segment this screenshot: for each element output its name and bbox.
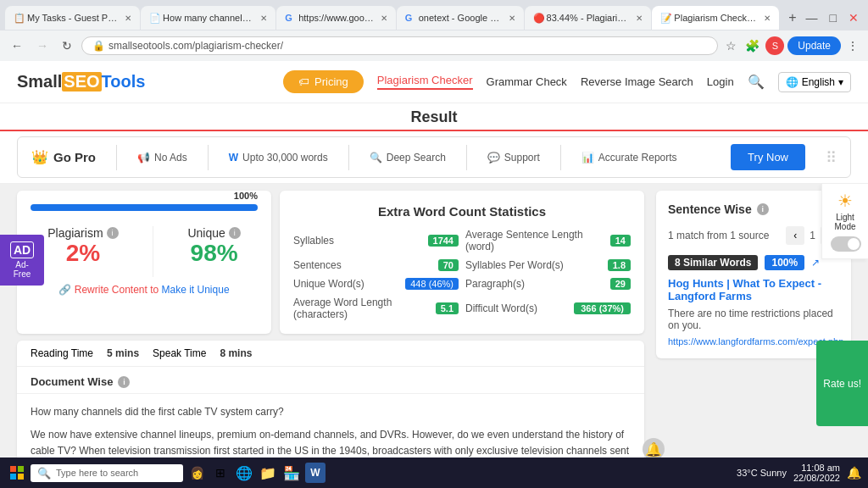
document-wise-header: Document Wise i — [17, 367, 644, 394]
unique-info-icon[interactable]: i — [229, 227, 241, 239]
doc-content: How many channels did the first cable TV… — [17, 394, 644, 462]
document-wise-info-icon[interactable]: i — [118, 376, 130, 388]
search-icon[interactable]: 🔍 — [748, 74, 765, 90]
tab-6-close[interactable]: ✕ — [764, 14, 771, 23]
nav-grammar-check[interactable]: Grammar Check — [487, 75, 567, 88]
avg-word-length-value: 5.1 — [436, 302, 459, 314]
source-title[interactable]: Hog Hunts | What To Expect - Langford Fa… — [668, 277, 839, 302]
match-prev-button[interactable]: ‹ — [786, 226, 804, 245]
sentence-wise-info-icon[interactable]: i — [757, 203, 769, 215]
no-ads-icon: 📢 — [137, 152, 150, 164]
tab-4-favicon: G — [405, 13, 415, 23]
tab-4[interactable]: G onetext - Google Search ✕ — [397, 6, 524, 30]
taskbar-task-view[interactable]: ⊞ — [210, 463, 231, 483]
tab-1-close[interactable]: ✕ — [125, 14, 131, 23]
lang-label: English — [802, 76, 835, 88]
paragraphs-label: Paragraph(s) — [465, 278, 525, 290]
result-title: Result — [410, 108, 457, 125]
nav-login[interactable]: Login — [707, 75, 734, 88]
language-button[interactable]: 🌐 English ▾ — [778, 72, 851, 92]
tab-4-close[interactable]: ✕ — [509, 14, 515, 23]
close-button[interactable]: ✕ — [844, 9, 863, 26]
bookmark-button[interactable]: ☆ — [723, 36, 739, 55]
taskbar-search-bar[interactable]: 🔍 Type here to search — [31, 464, 183, 482]
page-content: Small SEO Tools 🏷 Pricing Plagiarism Che… — [0, 61, 868, 488]
svg-rect-1 — [18, 466, 24, 472]
try-now-button[interactable]: Try Now — [731, 144, 805, 170]
back-button[interactable]: ← — [7, 37, 27, 54]
logo-seo: SEO — [62, 72, 101, 92]
rewrite-text: Rewrite Content to — [75, 284, 159, 296]
rate-us-button[interactable]: Rate us! — [816, 341, 868, 426]
address-bar[interactable]: 🔒 smallseotools.com/plagiarism-checker/ — [81, 36, 718, 55]
sentences-label: Sentences — [293, 259, 342, 271]
windows-start-button[interactable] — [7, 463, 27, 483]
extensions-button[interactable]: 🧩 — [743, 36, 762, 55]
notification-icon[interactable]: 🔔 — [847, 466, 861, 480]
match-text: 1 match from 1 source — [668, 230, 769, 241]
reports-label: Accurate Reports — [598, 152, 677, 164]
light-mode-toggle[interactable] — [831, 236, 861, 252]
forward-button[interactable]: → — [32, 37, 53, 54]
document-wise-label: Document Wise — [31, 375, 113, 388]
sun-icon: ☀ — [831, 191, 860, 211]
sentence-wise-label: Sentence Wise — [668, 202, 752, 216]
tab-5-favicon: 🔴 — [533, 13, 543, 23]
tab-1-label: My Tasks - Guest Post 139 — [27, 13, 120, 23]
unique-words-value: 448 (46%) — [405, 278, 459, 290]
external-link-icon[interactable]: ↗ — [811, 257, 820, 269]
tab-3-favicon: G — [285, 13, 295, 23]
profile-button[interactable]: S — [765, 36, 784, 55]
pricing-button[interactable]: 🏷 Pricing — [283, 70, 364, 93]
plagiarism-info-icon[interactable]: i — [107, 227, 119, 239]
update-button[interactable]: Update — [787, 36, 841, 55]
site-logo[interactable]: Small SEO Tools — [17, 72, 145, 92]
taskbar-right: 33°C Sunny 11:08 am 22/08/2022 🔔 — [737, 463, 861, 483]
unique-stat: Unique i 98% — [187, 226, 240, 267]
unique-value: 98% — [187, 240, 240, 267]
tab-1[interactable]: 📋 My Tasks - Guest Post 139 ✕ — [5, 6, 140, 30]
pro-feature-no-ads: 📢 No Ads — [137, 152, 187, 164]
tab-2[interactable]: 📄 How many channels did th... ✕ — [141, 6, 275, 30]
svg-rect-3 — [18, 474, 24, 480]
reload-button[interactable]: ↻ — [58, 37, 76, 54]
tab-5[interactable]: 🔴 83.44% - Plagiarism softw... ✕ — [525, 6, 652, 30]
ad-free-badge[interactable]: AD Ad-Free — [0, 235, 44, 286]
taskbar-word[interactable]: W — [305, 463, 326, 483]
site-header: Small SEO Tools 🏷 Pricing Plagiarism Che… — [0, 61, 868, 103]
go-pro-label: Go Pro — [53, 150, 96, 164]
taskbar-edge[interactable]: 🌐 — [234, 463, 254, 483]
source-url[interactable]: https://www.langfordfarms.com/expect.php — [668, 336, 839, 347]
browser-actions: ☆ 🧩 S Update ⋮ — [723, 36, 861, 55]
taskbar-store[interactable]: 🏪 — [281, 463, 302, 483]
taskbar-cortana[interactable]: 👩 — [186, 463, 207, 483]
pricing-icon: 🏷 — [298, 75, 309, 88]
reading-bar: Reading Time 5 mins Speak Time 8 mins — [17, 341, 644, 367]
tab-3[interactable]: G https://www.google.com/s... ✕ — [276, 6, 396, 30]
difficult-words-value: 366 (37%) — [574, 302, 631, 314]
unique-label: Unique — [187, 226, 225, 240]
taskbar-search-icon: 🔍 — [37, 467, 51, 480]
words-label: Upto 30,000 words — [242, 152, 328, 164]
pro-feature-reports: 📊 Accurate Reports — [581, 152, 677, 164]
stat-row-sentences: Sentences 70 — [293, 259, 459, 271]
scroll-icon: 🔔 — [645, 441, 662, 458]
header-nav: 🏷 Pricing Plagiarism Checker Grammar Che… — [283, 70, 851, 93]
doc-paragraph-1: We now have extensive channel lineups, p… — [31, 427, 631, 462]
tab-2-close[interactable]: ✕ — [260, 14, 267, 23]
menu-button[interactable]: ⋮ — [844, 36, 861, 55]
unique-words-label: Unique Word(s) — [293, 278, 364, 290]
browser-controls: ← → ↻ 🔒 smallseotools.com/plagiarism-che… — [0, 30, 868, 61]
nav-reverse-image[interactable]: Reverse Image Search — [581, 75, 693, 88]
taskbar-file-explorer[interactable]: 📁 — [258, 463, 278, 483]
stats-row: Plagiarism i 2% Unique i 98% — [31, 226, 258, 277]
word-count-stats: Extra Word Count Statistics Syllables 17… — [280, 191, 644, 334]
maximize-button[interactable]: □ — [826, 9, 841, 26]
make-unique-link[interactable]: Make it Unique — [162, 284, 230, 296]
tab-3-close[interactable]: ✕ — [381, 14, 387, 23]
tab-5-close[interactable]: ✕ — [636, 14, 643, 23]
new-tab-button[interactable]: + — [783, 8, 801, 27]
tab-6[interactable]: 📝 Plagiarism Checker - 100% ✕ — [652, 6, 779, 30]
minimize-button[interactable]: — — [802, 9, 822, 26]
nav-plagiarism-checker[interactable]: Plagiarism Checker — [377, 74, 473, 90]
